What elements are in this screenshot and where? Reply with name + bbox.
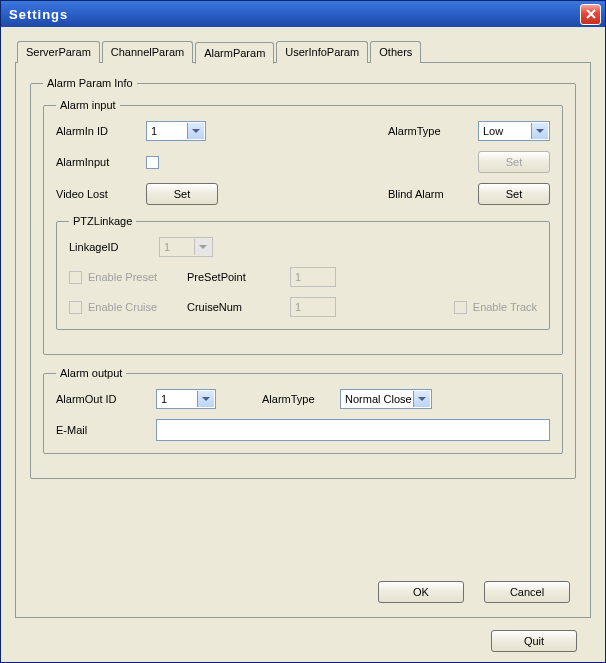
blindalarm-label: Blind Alarm xyxy=(388,188,470,200)
tab-others[interactable]: Others xyxy=(370,41,421,63)
alarmout-type-label: AlarmType xyxy=(262,393,332,405)
cancel-button[interactable]: Cancel xyxy=(484,581,570,603)
alarmtype-value: Low xyxy=(483,125,503,137)
alarmout-id-select[interactable]: 1 xyxy=(156,389,216,409)
chevron-down-icon xyxy=(192,129,200,133)
alarmout-type-select[interactable]: Normal Close xyxy=(340,389,432,409)
alarminput-label: AlarmInput xyxy=(56,156,138,168)
ptz-linkage-legend: PTZLinkage xyxy=(69,215,136,227)
presetpoint-input: 1 xyxy=(290,267,336,287)
chevron-down-icon xyxy=(418,397,426,401)
blindalarm-set-button[interactable]: Set xyxy=(478,183,550,205)
email-input[interactable] xyxy=(156,419,550,441)
tab-channelparam[interactable]: ChannelParam xyxy=(102,41,193,63)
alarmin-id-value: 1 xyxy=(151,125,157,137)
chevron-down-icon xyxy=(536,129,544,133)
linkageid-select: 1 xyxy=(159,237,213,257)
tab-userinfoparam[interactable]: UserInfoParam xyxy=(276,41,368,63)
enable-track-checkbox xyxy=(454,301,467,314)
alarmtype-label: AlarmType xyxy=(388,125,470,137)
alarminput-set-button: Set xyxy=(478,151,550,173)
tab-panel-alarmparam: Alarm Param Info Alarm input AlarmIn ID … xyxy=(15,62,591,618)
alarminput-checkbox[interactable] xyxy=(146,156,159,169)
chevron-down-icon xyxy=(199,245,207,249)
quit-bar: Quit xyxy=(491,630,577,652)
alarmout-type-value: Normal Close xyxy=(345,393,412,405)
tab-alarmparam[interactable]: AlarmParam xyxy=(195,42,274,64)
alarm-input-group: Alarm input AlarmIn ID 1 AlarmType Low xyxy=(43,99,563,355)
linkageid-value: 1 xyxy=(164,241,170,253)
enable-preset-checkbox xyxy=(69,271,82,284)
alarmtype-select[interactable]: Low xyxy=(478,121,550,141)
cruisenum-input: 1 xyxy=(290,297,336,317)
close-icon xyxy=(586,9,596,19)
settings-window: Settings ServerParam ChannelParam AlarmP… xyxy=(0,0,606,663)
ptz-linkage-group: PTZLinkage LinkageID 1 Enable Pres xyxy=(56,215,550,330)
alarmout-id-label: AlarmOut ID xyxy=(56,393,148,405)
chevron-down-icon xyxy=(202,397,210,401)
alarm-output-legend: Alarm output xyxy=(56,367,126,379)
alarmin-id-label: AlarmIn ID xyxy=(56,125,138,137)
ok-cancel-bar: OK Cancel xyxy=(378,581,570,603)
window-title: Settings xyxy=(9,7,580,22)
presetpoint-label: PreSetPoint xyxy=(187,271,282,283)
client-area: ServerParam ChannelParam AlarmParam User… xyxy=(1,27,605,662)
alarm-input-legend: Alarm input xyxy=(56,99,120,111)
alarm-param-info-legend: Alarm Param Info xyxy=(43,77,137,89)
tab-serverparam[interactable]: ServerParam xyxy=(17,41,100,63)
alarm-output-group: Alarm output AlarmOut ID 1 AlarmType Nor… xyxy=(43,367,563,454)
linkageid-label: LinkageID xyxy=(69,241,151,253)
alarmout-id-value: 1 xyxy=(161,393,167,405)
videolost-label: Video Lost xyxy=(56,188,138,200)
quit-button[interactable]: Quit xyxy=(491,630,577,652)
alarmin-id-select[interactable]: 1 xyxy=(146,121,206,141)
alarm-param-info-group: Alarm Param Info Alarm input AlarmIn ID … xyxy=(30,77,576,479)
close-button[interactable] xyxy=(580,4,601,25)
videolost-set-button[interactable]: Set xyxy=(146,183,218,205)
enable-cruise-checkbox xyxy=(69,301,82,314)
enable-track-label: Enable Track xyxy=(473,301,537,313)
email-label: E-Mail xyxy=(56,424,148,436)
titlebar: Settings xyxy=(1,1,605,27)
cruisenum-label: CruiseNum xyxy=(187,301,282,313)
enable-preset-label: Enable Preset xyxy=(88,271,157,283)
tab-strip: ServerParam ChannelParam AlarmParam User… xyxy=(15,41,591,63)
ok-button[interactable]: OK xyxy=(378,581,464,603)
enable-cruise-label: Enable Cruise xyxy=(88,301,157,313)
